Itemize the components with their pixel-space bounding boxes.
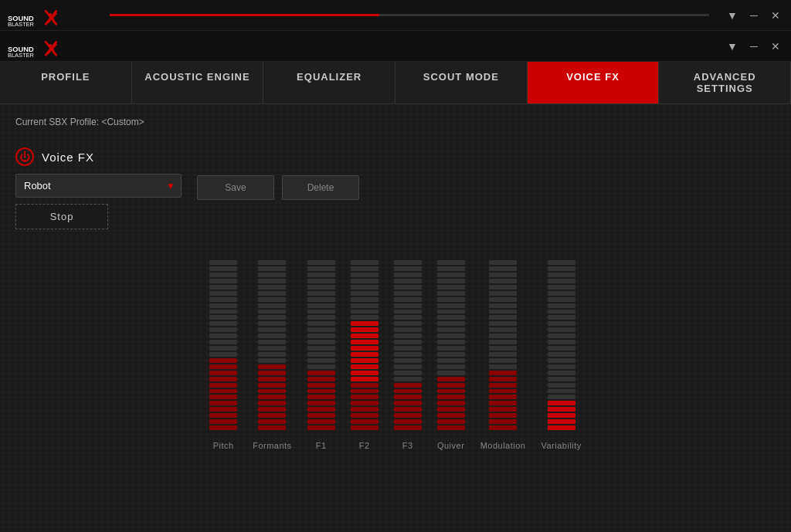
preset-dropdown[interactable]: Robot Alien Deep Voice Cartoon Echo (15, 174, 182, 198)
close-button-secondary[interactable]: ✕ (768, 40, 783, 53)
eq-segment (548, 413, 575, 418)
eq-segment (548, 315, 575, 320)
eq-segment (437, 327, 465, 332)
eq-segment (489, 273, 517, 277)
eq-segment (307, 297, 335, 302)
eq-segment (489, 327, 517, 332)
eq-bar-label-f3: F3 (402, 441, 413, 450)
power-button[interactable]: ⏻ (15, 147, 34, 166)
eq-segment (307, 279, 335, 283)
fx-left-controls: Robot Alien Deep Voice Cartoon Echo ▼ St… (15, 174, 182, 229)
eq-segments-f1 (307, 260, 335, 430)
eq-segment (437, 389, 465, 394)
eq-segment (307, 303, 335, 308)
eq-segment (394, 334, 422, 338)
nav-tabs: PROFILE ACOUSTIC ENGINE EQUALIZER SCOUT … (0, 62, 791, 104)
eq-segment (437, 297, 465, 302)
eq-segment (489, 310, 517, 314)
eq-segment (258, 266, 286, 271)
fx-right-controls: Save Delete (197, 175, 359, 200)
progress-bar-container (110, 14, 709, 16)
eq-segments-f3 (394, 260, 422, 430)
eq-segment (351, 425, 379, 430)
eq-bar-label-f2: F2 (359, 441, 370, 450)
eq-segment (437, 407, 465, 412)
main-content: Current SBX Profile: <Custom> ⏻ Voice FX… (0, 104, 791, 532)
eq-segment (258, 383, 286, 388)
eq-segment (209, 291, 237, 296)
eq-segment (394, 279, 422, 283)
eq-segment (209, 273, 237, 277)
save-button[interactable]: Save (197, 175, 274, 200)
eq-segment (258, 327, 286, 332)
eq-segment (258, 413, 286, 418)
eq-segment (307, 419, 335, 424)
eq-bar-group-f3: F3 (394, 260, 422, 450)
tab-profile[interactable]: PROFILE (0, 62, 132, 103)
minimize-button-secondary[interactable]: ─ (746, 40, 762, 53)
eq-segment (307, 383, 335, 388)
eq-bar-group-quiver: Quiver (437, 260, 465, 450)
eq-segment (307, 401, 335, 405)
eq-segment (209, 364, 237, 369)
preset-dropdown-wrapper: Robot Alien Deep Voice Cartoon Echo ▼ (15, 174, 182, 198)
eq-segment (489, 377, 517, 381)
eq-segment (307, 346, 335, 351)
eq-segment (437, 383, 465, 388)
delete-button[interactable]: Delete (282, 175, 359, 200)
logo-area-secondary: SOUND BLASTER X (8, 36, 94, 57)
eq-segment (209, 395, 237, 399)
eq-segment (489, 260, 517, 265)
eq-segment (489, 303, 517, 308)
eq-segment (489, 346, 517, 351)
eq-segment (258, 260, 286, 265)
eq-segment (394, 413, 422, 418)
tab-acoustic-engine[interactable]: ACOUSTIC ENGINE (132, 62, 264, 103)
tab-advanced-settings[interactable]: ADVANCED SETTINGS (659, 62, 791, 103)
eq-segment (351, 340, 379, 344)
dropdown-button-secondary[interactable]: ▼ (725, 40, 740, 53)
fx-controls-row: Robot Alien Deep Voice Cartoon Echo ▼ St… (15, 174, 776, 229)
eq-segment (307, 266, 335, 271)
tab-voice-fx[interactable]: VOICE FX (528, 62, 660, 103)
eq-segment (258, 297, 286, 302)
eq-segment (548, 383, 575, 388)
stop-button[interactable]: Stop (15, 204, 108, 229)
eq-segment (489, 291, 517, 296)
tab-scout-mode[interactable]: SCOUT MODE (396, 62, 528, 103)
eq-segment (394, 425, 422, 430)
eq-segment (209, 260, 237, 265)
eq-segment (307, 327, 335, 332)
eq-segment (209, 266, 237, 271)
dropdown-button-primary[interactable]: ▼ (725, 9, 740, 22)
eq-segment (394, 377, 422, 381)
close-button-primary[interactable]: ✕ (768, 9, 783, 22)
eq-bar-group-f1: F1 (307, 260, 335, 450)
eq-segment (307, 340, 335, 344)
eq-segment (307, 364, 335, 369)
eq-segment (437, 315, 465, 320)
eq-segment (489, 321, 517, 326)
eq-segment (489, 407, 517, 412)
eq-segment (209, 419, 237, 424)
eq-segment (394, 352, 422, 357)
eq-segment (258, 364, 286, 369)
eq-segment (307, 352, 335, 357)
eq-segment (394, 297, 422, 302)
eq-segment (437, 291, 465, 296)
minimize-button-primary[interactable]: ─ (746, 9, 762, 22)
eq-segment (307, 413, 335, 418)
eq-segment (307, 425, 335, 430)
eq-segment (437, 419, 465, 424)
tab-equalizer[interactable]: EQUALIZER (263, 62, 396, 103)
eq-segment (209, 315, 237, 320)
eq-segment (548, 395, 575, 399)
eq-segment (437, 401, 465, 405)
eq-segment (351, 310, 379, 314)
eq-bar-group-formants: Formants (253, 260, 291, 450)
eq-segment (209, 413, 237, 418)
eq-segment (209, 401, 237, 405)
eq-segment (437, 358, 465, 363)
eq-segment (548, 297, 575, 302)
eq-segment (548, 358, 575, 363)
